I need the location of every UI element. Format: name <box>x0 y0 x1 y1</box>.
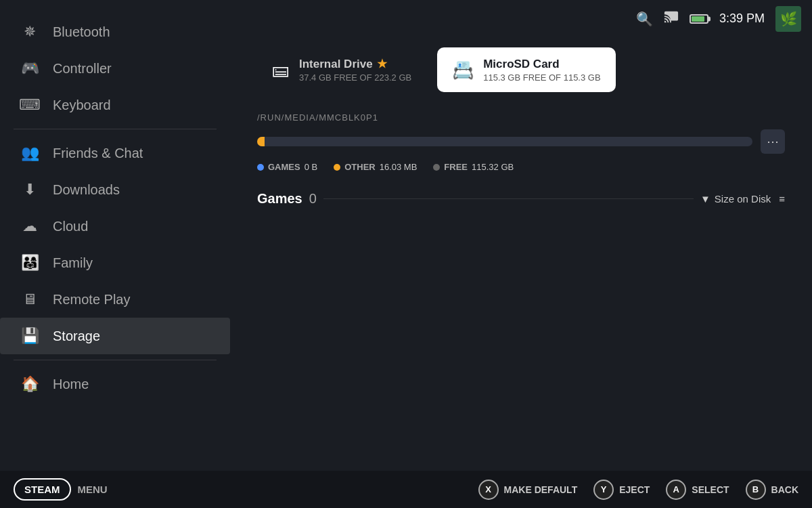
cloud-icon: ☁ <box>20 217 39 235</box>
sidebar-item-family[interactable]: 👨‍👩‍👧 Family <box>0 245 230 281</box>
legend-free: FREE 115.32 GB <box>433 162 514 172</box>
more-options-button[interactable]: ⋯ <box>761 129 785 154</box>
legend-other: OTHER 16.03 MB <box>334 162 417 172</box>
star-icon: ★ <box>377 57 387 71</box>
games-count: 0 <box>309 191 317 207</box>
steam-label: STEAM <box>24 484 60 495</box>
legend-dot-games <box>257 164 264 171</box>
internal-drive-name: Internal Drive ★ <box>299 57 411 71</box>
internal-drive-space: 37.4 GB FREE OF 223.2 GB <box>299 72 411 83</box>
microsd-icon: 📇 <box>452 60 474 81</box>
a-button-label: SELECT <box>692 484 729 495</box>
downloads-icon: ⬇ <box>20 181 39 198</box>
y-button: Y <box>593 480 614 500</box>
sidebar-item-cloud[interactable]: ☁ Cloud <box>0 208 230 245</box>
sidebar-item-remote-play[interactable]: 🖥 Remote Play <box>0 281 230 318</box>
storage-path: /RUN/MEDIA/MMCBLK0P1 <box>257 112 785 123</box>
internal-drive-icon: 🖴 <box>272 60 290 81</box>
drive-cards: 🖴 Internal Drive ★ 37.4 GB FREE OF 223.2… <box>257 47 785 92</box>
b-button-label: BACK <box>771 484 798 495</box>
games-divider <box>323 198 694 199</box>
storage-legend: GAMES 0 B OTHER 16.03 MB FREE 115.32 GB <box>257 162 785 172</box>
keyboard-icon: ⌨ <box>20 96 39 114</box>
a-button-action[interactable]: A SELECT <box>666 480 729 500</box>
sidebar-divider-2 <box>14 360 217 360</box>
sidebar-item-keyboard[interactable]: ⌨ Keyboard <box>0 87 230 123</box>
legend-dot-free <box>433 164 440 171</box>
microsd-drive-space: 115.3 GB FREE OF 115.3 GB <box>483 72 600 83</box>
sidebar: ✵ Bluetooth 🎮 Controller ⌨ Keyboard 👥 Fr… <box>0 0 230 508</box>
sidebar-item-storage[interactable]: 💾 Storage <box>0 318 230 354</box>
progress-other <box>257 137 265 146</box>
progress-area: ⋯ <box>257 129 785 154</box>
y-button-label: EJECT <box>619 484 650 495</box>
bluetooth-icon: ✵ <box>20 23 39 41</box>
bottom-actions: X MAKE DEFAULT Y EJECT A SELECT B BACK <box>478 480 798 500</box>
x-button: X <box>478 480 499 500</box>
controller-icon: 🎮 <box>20 60 39 77</box>
sidebar-item-friends-chat[interactable]: 👥 Friends & Chat <box>0 135 230 171</box>
internal-drive-info: Internal Drive ★ 37.4 GB FREE OF 223.2 G… <box>299 57 411 83</box>
sort-label-text: Size on Disk <box>715 193 771 205</box>
legend-games: GAMES 0 B <box>257 162 317 172</box>
microsd-drive-info: MicroSD Card 115.3 GB FREE OF 115.3 GB <box>483 58 600 83</box>
family-icon: 👨‍👩‍👧 <box>20 254 39 272</box>
y-button-action[interactable]: Y EJECT <box>593 480 650 500</box>
sidebar-item-downloads[interactable]: ⬇ Downloads <box>0 171 230 208</box>
sidebar-item-bluetooth[interactable]: ✵ Bluetooth <box>0 14 230 50</box>
friends-icon: 👥 <box>20 144 39 162</box>
steam-button[interactable]: STEAM <box>14 478 71 501</box>
menu-label[interactable]: MENU <box>78 484 108 495</box>
storage-progress-bar <box>257 137 752 146</box>
legend-dot-other <box>334 164 340 171</box>
sidebar-item-controller[interactable]: 🎮 Controller <box>0 50 230 87</box>
b-button-action[interactable]: B BACK <box>746 480 798 500</box>
sidebar-divider-1 <box>14 129 217 129</box>
bottom-bar: STEAM MENU X MAKE DEFAULT Y EJECT A SELE… <box>0 471 812 508</box>
sort-dropdown[interactable]: ▼ Size on Disk <box>700 193 771 205</box>
chevron-down-icon: ▼ <box>700 193 710 205</box>
x-button-label: MAKE DEFAULT <box>504 484 578 495</box>
games-title: Games <box>257 191 302 207</box>
internal-drive-card[interactable]: 🖴 Internal Drive ★ 37.4 GB FREE OF 223.2… <box>257 47 426 92</box>
x-button-action[interactable]: X MAKE DEFAULT <box>478 480 578 500</box>
main-content: 🖴 Internal Drive ★ 37.4 GB FREE OF 223.2… <box>230 0 812 474</box>
a-button: A <box>666 480 686 500</box>
games-section-header: Games 0 ▼ Size on Disk ≡ <box>257 191 785 207</box>
microsd-drive-card[interactable]: 📇 MicroSD Card 115.3 GB FREE OF 115.3 GB <box>437 47 615 92</box>
sidebar-item-home[interactable]: 🏠 Home <box>0 366 230 402</box>
remote-play-icon: 🖥 <box>20 291 39 308</box>
microsd-drive-name: MicroSD Card <box>483 58 600 71</box>
progress-bar-inner <box>257 137 752 146</box>
b-button: B <box>746 480 766 500</box>
home-icon: 🏠 <box>20 375 39 393</box>
list-view-icon[interactable]: ≡ <box>779 193 785 205</box>
storage-icon: 💾 <box>20 327 39 345</box>
sort-controls: ▼ Size on Disk ≡ <box>700 193 785 205</box>
